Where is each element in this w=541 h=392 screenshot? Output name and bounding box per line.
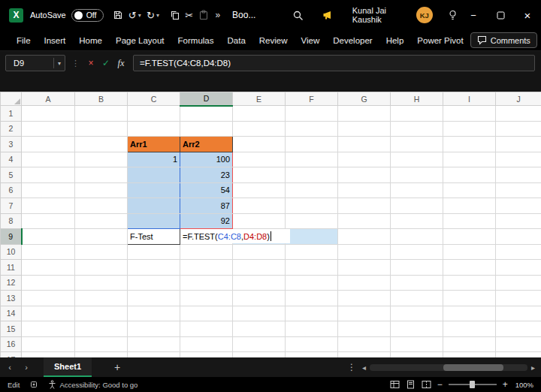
cell-H9[interactable] bbox=[391, 229, 443, 245]
cell-E5[interactable] bbox=[233, 167, 286, 183]
paste-button[interactable] bbox=[196, 5, 210, 25]
cell-G15[interactable] bbox=[338, 321, 391, 337]
announcement-button[interactable] bbox=[320, 5, 334, 25]
tab-options-icon[interactable]: ⋮ bbox=[341, 362, 362, 372]
column-header-B[interactable]: B bbox=[75, 92, 128, 106]
cell-D10[interactable] bbox=[180, 244, 233, 260]
cell-G2[interactable] bbox=[338, 121, 391, 137]
row-header-16[interactable]: 16 bbox=[1, 336, 22, 352]
cell-G13[interactable] bbox=[338, 291, 391, 306]
row-header-4[interactable]: 4 bbox=[1, 152, 22, 167]
cell-E7[interactable] bbox=[233, 198, 286, 214]
cell-I14[interactable] bbox=[443, 306, 496, 321]
cell-F8[interactable] bbox=[286, 213, 338, 229]
maximize-button[interactable] bbox=[487, 0, 514, 30]
column-header-C[interactable]: C bbox=[128, 92, 180, 106]
excel-logo-icon[interactable]: X bbox=[9, 8, 23, 23]
ribbon-tab-file[interactable]: File bbox=[10, 30, 38, 50]
column-header-D[interactable]: D bbox=[180, 92, 233, 106]
cell-I15[interactable] bbox=[443, 321, 496, 337]
cell-F12[interactable] bbox=[286, 275, 338, 291]
cell-C17[interactable] bbox=[128, 352, 180, 358]
accessibility-status[interactable]: Accessibility: Good to go bbox=[48, 380, 138, 389]
cell-I5[interactable] bbox=[443, 167, 496, 183]
cell-C10[interactable] bbox=[128, 244, 180, 260]
scroll-right-icon[interactable]: ▸ bbox=[531, 363, 535, 372]
cell-H17[interactable] bbox=[391, 352, 443, 358]
cell-J13[interactable] bbox=[496, 291, 541, 306]
cell-I4[interactable] bbox=[443, 152, 496, 167]
cell-G14[interactable] bbox=[338, 306, 391, 321]
cell-A3[interactable] bbox=[22, 137, 75, 152]
cell-D4[interactable]: 100 bbox=[180, 152, 233, 167]
cell-D1[interactable] bbox=[180, 106, 233, 122]
cell-A9[interactable] bbox=[22, 229, 75, 245]
cell-D5[interactable]: 23 bbox=[180, 167, 233, 183]
select-all-button[interactable] bbox=[1, 92, 22, 106]
cell-D11[interactable] bbox=[180, 260, 233, 276]
ribbon-tab-power-pivot[interactable]: Power Pivot bbox=[410, 30, 470, 50]
horizontal-scrollbar[interactable]: ◂ ▸ bbox=[362, 363, 541, 372]
cell-D16[interactable] bbox=[180, 336, 233, 352]
row-header-10[interactable]: 10 bbox=[1, 244, 22, 260]
zoom-slider[interactable] bbox=[449, 384, 497, 385]
cell-B9[interactable] bbox=[75, 229, 128, 245]
cell-J5[interactable] bbox=[496, 167, 541, 183]
cell-B12[interactable] bbox=[75, 275, 128, 291]
column-header-A[interactable]: A bbox=[22, 92, 75, 106]
cell-I12[interactable] bbox=[443, 275, 496, 291]
cell-H2[interactable] bbox=[391, 121, 443, 137]
formula-input[interactable]: =F.TEST(C4:C8,D4:D8) bbox=[133, 55, 535, 71]
cell-C7[interactable] bbox=[128, 198, 180, 214]
cell-I8[interactable] bbox=[443, 213, 496, 229]
cell-G1[interactable] bbox=[338, 106, 391, 122]
cell-B6[interactable] bbox=[75, 182, 128, 198]
cell-I2[interactable] bbox=[443, 121, 496, 137]
cell-E3[interactable] bbox=[233, 137, 286, 152]
column-header-I[interactable]: I bbox=[443, 92, 496, 106]
cell-A8[interactable] bbox=[22, 213, 75, 229]
cell-C14[interactable] bbox=[128, 306, 180, 321]
cell-J2[interactable] bbox=[496, 121, 541, 137]
cell-E14[interactable] bbox=[233, 306, 286, 321]
cell-F7[interactable] bbox=[286, 198, 338, 214]
ribbon-tab-page-layout[interactable]: Page Layout bbox=[109, 30, 171, 50]
zoom-slider-thumb[interactable] bbox=[470, 381, 475, 388]
cell-F14[interactable] bbox=[286, 306, 338, 321]
cell-C11[interactable] bbox=[128, 260, 180, 276]
row-header-13[interactable]: 13 bbox=[1, 291, 22, 306]
cell-A2[interactable] bbox=[22, 121, 75, 137]
cell-E10[interactable] bbox=[233, 244, 286, 260]
cell-D2[interactable] bbox=[180, 121, 233, 137]
scroll-left-icon[interactable]: ◂ bbox=[362, 363, 366, 372]
cell-C15[interactable] bbox=[128, 321, 180, 337]
cell-D3[interactable]: Arr2 bbox=[180, 137, 233, 152]
row-header-3[interactable]: 3 bbox=[1, 137, 22, 152]
cell-I6[interactable] bbox=[443, 182, 496, 198]
cell-E8[interactable] bbox=[233, 213, 286, 229]
cell-editor[interactable]: =F.TEST(C4:C8,D4:D8) bbox=[180, 229, 290, 243]
page-layout-view-button[interactable] bbox=[406, 380, 416, 389]
cell-J17[interactable] bbox=[496, 352, 541, 358]
cell-C3[interactable]: Arr1 bbox=[128, 137, 180, 152]
cell-D6[interactable]: 54 bbox=[180, 182, 233, 198]
cell-H10[interactable] bbox=[391, 244, 443, 260]
cell-H14[interactable] bbox=[391, 306, 443, 321]
ribbon-tab-view[interactable]: View bbox=[295, 30, 327, 50]
cell-B8[interactable] bbox=[75, 213, 128, 229]
zoom-out-button[interactable]: − bbox=[437, 379, 443, 390]
cell-G4[interactable] bbox=[338, 152, 391, 167]
cell-C5[interactable] bbox=[128, 167, 180, 183]
cell-G11[interactable] bbox=[338, 260, 391, 276]
cell-C9[interactable]: F-Test bbox=[128, 229, 180, 245]
cell-H7[interactable] bbox=[391, 198, 443, 214]
save-button[interactable] bbox=[111, 5, 125, 25]
row-header-2[interactable]: 2 bbox=[1, 121, 22, 137]
cell-H6[interactable] bbox=[391, 182, 443, 198]
cell-H4[interactable] bbox=[391, 152, 443, 167]
cell-E11[interactable] bbox=[233, 260, 286, 276]
cell-E15[interactable] bbox=[233, 321, 286, 337]
cell-B10[interactable] bbox=[75, 244, 128, 260]
cell-G12[interactable] bbox=[338, 275, 391, 291]
cell-A4[interactable] bbox=[22, 152, 75, 167]
